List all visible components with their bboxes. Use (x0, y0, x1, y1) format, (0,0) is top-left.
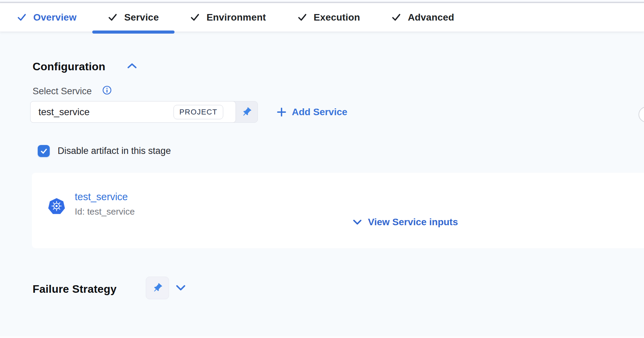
chevron-down-icon (353, 218, 362, 226)
add-service-label: Add Service (292, 107, 347, 118)
service-select-input[interactable]: test_service PROJECT (30, 101, 236, 123)
disable-artifact-label: Disable artifact in this stage (58, 146, 171, 156)
info-icon[interactable] (102, 85, 112, 95)
service-select-group: test_service PROJECT (30, 101, 258, 123)
configuration-heading: Configuration (33, 59, 105, 74)
tab-service[interactable]: Service (92, 3, 175, 32)
stage-tabbar: Overview Service Environment Execution A… (0, 3, 644, 32)
kubernetes-icon (48, 198, 65, 214)
service-card: test_service Id: test_service View Servi… (32, 173, 644, 248)
bottom-strip (0, 336, 644, 338)
disable-artifact-checkbox[interactable] (38, 145, 50, 157)
tab-label: Overview (33, 12, 76, 23)
service-scope-badge: PROJECT (174, 105, 223, 119)
checkmark-icon (40, 147, 48, 155)
panel-edge-toggle-button[interactable] (639, 107, 644, 122)
service-id-text: Id: test_service (75, 206, 135, 217)
view-service-inputs-button[interactable]: View Service inputs (353, 217, 458, 228)
pin-failure-strategy-button[interactable] (146, 277, 169, 299)
pin-service-button[interactable] (236, 101, 258, 122)
chevron-up-icon[interactable] (126, 62, 138, 71)
tab-label: Environment (206, 12, 266, 23)
pin-icon (150, 280, 165, 295)
tab-label: Execution (314, 12, 360, 23)
service-select-value: test_service (38, 107, 90, 118)
tab-label: Advanced (408, 12, 454, 23)
pin-icon (239, 104, 254, 120)
check-icon (108, 13, 117, 22)
view-service-inputs-label: View Service inputs (368, 217, 458, 228)
check-icon (298, 13, 307, 22)
select-service-label: Select Service (33, 86, 92, 97)
active-tab-underline (92, 31, 175, 34)
chevron-down-icon[interactable] (175, 283, 186, 292)
tab-environment[interactable]: Environment (175, 3, 282, 32)
plus-icon (276, 107, 287, 117)
tab-label: Service (124, 12, 159, 23)
service-name-link[interactable]: test_service (75, 191, 128, 203)
tab-advanced[interactable]: Advanced (376, 3, 470, 32)
disable-artifact-row: Disable artifact in this stage (38, 145, 171, 157)
check-icon (190, 13, 200, 22)
check-icon (17, 13, 26, 22)
tab-execution[interactable]: Execution (282, 3, 376, 32)
add-service-button[interactable]: Add Service (276, 105, 347, 119)
tab-overview[interactable]: Overview (1, 3, 92, 32)
failure-strategy-heading: Failure Strategy (33, 281, 117, 297)
check-icon (392, 13, 401, 22)
